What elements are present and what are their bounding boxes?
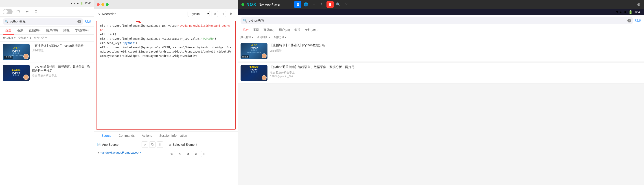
maximize-traffic-light[interactable] bbox=[106, 3, 108, 6]
tab-影视[interactable]: 影视 bbox=[60, 27, 72, 35]
inspector-close-btn[interactable]: ✕ bbox=[343, 1, 350, 8]
nox-tab-用户[interactable]: 用户(98) bbox=[277, 26, 292, 34]
video-item-2[interactable]: 零基础进阶 Python 数据分析 【python通关指南】编程语言、数据采集、… bbox=[0, 62, 94, 83]
tab-综合[interactable]: 综合 bbox=[3, 27, 14, 35]
nox-clear-search-btn[interactable]: ✕ bbox=[628, 19, 631, 22]
search-icon: 🔍 bbox=[5, 20, 8, 23]
nox-video-info-2: 【python通关指南】编程语言、数据采集、数据分析一网打尽 语法 爬虫分析全奉… bbox=[270, 65, 641, 81]
app-source-panel: 📄 App Source ⤢ ⧉ ⬇ ▼ <android.widget.Fra… bbox=[94, 140, 166, 185]
select-btn[interactable]: ⬚ bbox=[14, 8, 22, 15]
video-title-2: 【python通关指南】编程语言、数据采集、数据分析一网打尽 bbox=[32, 65, 91, 73]
tab-番剧[interactable]: 番剧 bbox=[14, 27, 26, 35]
nox-search-input-wrap: 🔍 ✕ bbox=[240, 17, 633, 24]
download-source-btn[interactable]: ⬇ bbox=[157, 142, 163, 148]
save-code-btn[interactable]: ⊟ bbox=[220, 11, 226, 17]
refresh-action-btn[interactable]: ↺ bbox=[185, 151, 191, 157]
toggle-switch[interactable] bbox=[3, 9, 12, 14]
inspector-search-btn[interactable]: 🔍 bbox=[334, 1, 342, 8]
nox-video-meta-1: bilibili课堂 bbox=[270, 49, 641, 53]
nox-tab-直播[interactable]: 直播(89) bbox=[261, 26, 277, 34]
tabs-bar: 综合 番剧 直播(89) 用户(98) 影视 专栏(99+) bbox=[0, 27, 94, 35]
app-source-icons: ⤢ ⧉ ⬇ bbox=[142, 142, 163, 148]
nox-tab-专栏[interactable]: 专栏(99+) bbox=[302, 26, 320, 34]
expand-source-btn[interactable]: ⤢ bbox=[142, 142, 148, 148]
tab-专栏[interactable]: 专栏(99+) bbox=[72, 27, 91, 35]
nox-signal-icon: ■ bbox=[624, 10, 626, 14]
back-arrow-btn[interactable]: ↩ bbox=[23, 8, 30, 15]
nox-video-meta-2: 语法 爬虫分析全奉上 bbox=[270, 71, 641, 74]
minimize-traffic-light[interactable] bbox=[102, 3, 104, 6]
delete-action-btn[interactable]: ⊟ bbox=[201, 151, 207, 157]
tab-用户[interactable]: 用户(98) bbox=[43, 27, 60, 35]
left-toolbar: ⬚ ↩ ⊡ bbox=[0, 7, 94, 16]
nox-logo: NOX bbox=[246, 2, 256, 7]
nox-tab-综合[interactable]: 综合 bbox=[240, 26, 251, 34]
video-meta-1: bilibili课堂 bbox=[32, 49, 91, 52]
video-item-1[interactable]: 3天入门 Python 数据分析 3个项目+全流程拆解 1月授课 【直播特训】0… bbox=[0, 42, 94, 62]
sort-section[interactable]: 全部分区 ▾ bbox=[34, 36, 47, 40]
tab-source[interactable]: Source bbox=[98, 132, 115, 140]
refresh-btn[interactable]: ↻ bbox=[318, 1, 326, 8]
nox-tab-番剧[interactable]: 番剧 bbox=[251, 26, 261, 34]
code-area[interactable]: el1 = driver.find_element(by=AppiumBy.ID… bbox=[96, 21, 236, 130]
language-select[interactable]: Python Java JavaScript bbox=[188, 11, 210, 17]
nox-right-content: 🔍 ✕ 取消 综合 番剧 直播(89) 用户(98) 影视 专栏(99+) 默认… bbox=[238, 15, 644, 185]
battery-icon: 🔋 bbox=[80, 2, 83, 5]
recorder-controls: Python Java JavaScript ⧉ ⊟ 🗑 bbox=[188, 11, 234, 17]
left-status-bar: ▼▲ ■ 🔋 12:43 bbox=[0, 0, 94, 7]
code-block-wrapper: el1 = driver.find_element(by=AppiumBy.ID… bbox=[94, 19, 238, 131]
eye-action-btn[interactable]: 👁 bbox=[169, 151, 175, 157]
clear-search-button[interactable]: ✕ bbox=[78, 20, 81, 23]
nox-video-item-2[interactable]: 零基础进阶 Python 数据分析 【python通关指南】编程语言、数据采集、… bbox=[238, 63, 644, 84]
cancel-search-button[interactable]: 取消 bbox=[85, 20, 91, 24]
nox-video-item-1[interactable]: 3天入门 Python 数据分析 3个项目+全流程拆解 1月授课 【直播特训】0… bbox=[238, 41, 644, 62]
nox-search-icon: 🔍 bbox=[243, 18, 247, 23]
close-traffic-light[interactable] bbox=[97, 3, 100, 6]
nox-search-bar: 🔍 ✕ 取消 bbox=[238, 15, 644, 26]
sort-default[interactable]: 默认排序 ▾ bbox=[3, 36, 16, 40]
grid-view-btn[interactable]: ⊞ bbox=[294, 1, 301, 8]
sort-duration[interactable]: 全部时长 ▾ bbox=[18, 36, 31, 40]
fullscreen-btn[interactable]: ⊡ bbox=[32, 8, 40, 15]
globe-btn[interactable]: 🌐 bbox=[302, 1, 310, 8]
middle-chrome: ⊞ 🌐 ← ↻ ⏸ 🔍 ✕ bbox=[94, 0, 238, 9]
video-meta-2: 语法 爬虫分析全奉上 bbox=[32, 74, 91, 78]
selected-element-header: ◇ Selected Element bbox=[166, 140, 238, 149]
edit-action-btn[interactable]: ✎ bbox=[177, 151, 183, 157]
selected-element-panel: ◇ Selected Element 👁 ✎ ↺ ⧉ ⊟ bbox=[166, 140, 238, 185]
nox-sort-section[interactable]: 全部分区 ▾ bbox=[274, 36, 286, 39]
nox-sort-default[interactable]: 默认排序 ▾ bbox=[240, 36, 253, 39]
xml-node-root[interactable]: ▼ <android.widget.FrameLayout> bbox=[97, 151, 163, 154]
delete-code-btn[interactable]: 🗑 bbox=[228, 11, 234, 17]
nox-gear-icon[interactable]: ⚙ bbox=[637, 2, 640, 7]
video-thumb-1: 3天入门 Python 数据分析 3个项目+全流程拆解 1月授课 bbox=[3, 44, 30, 60]
code-line-5: el3 = driver.find_element(by=AppiumBy.XP… bbox=[100, 45, 232, 58]
nox-title: Nox App Player bbox=[259, 3, 280, 6]
copy-action-btn[interactable]: ⧉ bbox=[193, 151, 199, 157]
nox-tab-影视[interactable]: 影视 bbox=[292, 26, 302, 34]
recorder-icon: ▷ bbox=[98, 12, 100, 16]
pause-btn[interactable]: ⏸ bbox=[326, 1, 334, 8]
recorder-title: ▷ Recorder bbox=[98, 12, 116, 16]
copy-code-btn[interactable]: ⧉ bbox=[212, 11, 218, 17]
search-input[interactable] bbox=[10, 20, 76, 23]
tab-直播[interactable]: 直播(89) bbox=[26, 27, 43, 35]
code-line-4: el2.send_keys("python") bbox=[100, 41, 232, 45]
tab-session-info[interactable]: Session Information bbox=[156, 132, 191, 140]
nox-search-input[interactable] bbox=[248, 19, 626, 22]
tab-commands[interactable]: Commands bbox=[115, 132, 138, 140]
middle-content: ▷ Recorder Python Java JavaScript ⧉ ⊟ 🗑 bbox=[94, 9, 238, 185]
back-btn[interactable]: ← bbox=[310, 1, 318, 8]
tab-actions[interactable]: Actions bbox=[138, 132, 156, 140]
right-panel: NOX Nox App Player ⚙ ▼▲ ■ 🔋 12:43 🔍 ✕ 取消… bbox=[238, 0, 644, 185]
avatar-2 bbox=[23, 74, 29, 80]
selected-element-actions: 👁 ✎ ↺ ⧉ ⊟ bbox=[166, 149, 238, 159]
avatar-1 bbox=[23, 54, 29, 59]
nox-sort-duration[interactable]: 全部时长 ▾ bbox=[257, 36, 270, 39]
copy-source-btn[interactable]: ⧉ bbox=[149, 142, 156, 148]
nox-thumb-2: 零基础进阶 Python 数据分析 bbox=[240, 65, 268, 81]
nox-cancel-btn[interactable]: 取消 bbox=[635, 19, 641, 23]
search-bar: 🔍 ✕ 取消 bbox=[0, 16, 94, 27]
video-thumb-2: 零基础进阶 Python 数据分析 bbox=[3, 65, 30, 81]
code-line-1: el1 = driver.find_element(by=AppiumBy.ID… bbox=[100, 24, 232, 32]
